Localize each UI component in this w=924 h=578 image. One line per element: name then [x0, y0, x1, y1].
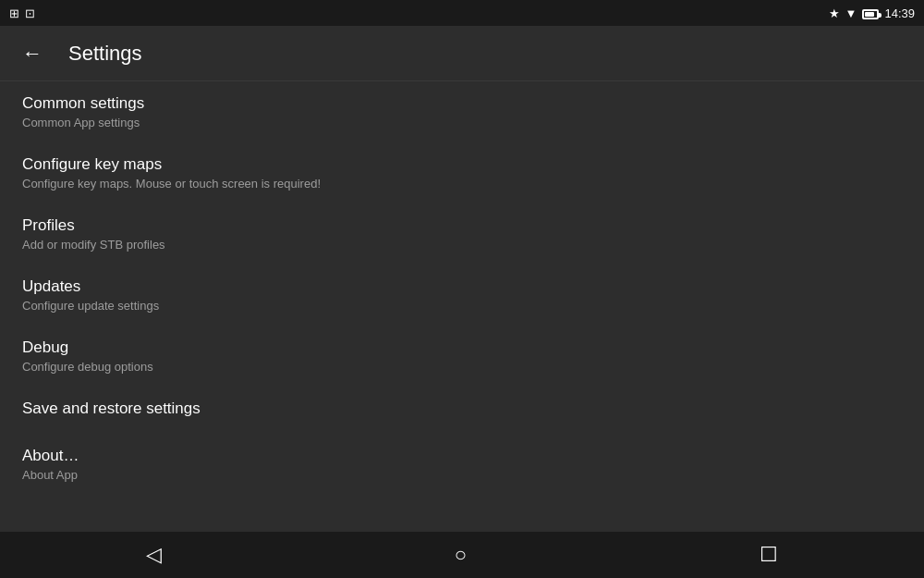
back-button[interactable]: ←	[15, 34, 50, 73]
settings-item-title-1: Configure key maps	[22, 155, 902, 174]
settings-item-title-5: Save and restore settings	[22, 400, 902, 418]
nav-back-button[interactable]: ◁	[128, 535, 180, 574]
settings-item-title-4: Debug	[22, 338, 902, 357]
settings-item-subtitle-4: Configure debug options	[22, 360, 902, 374]
settings-item-subtitle-6: About App	[22, 468, 902, 482]
settings-item-2[interactable]: ProfilesAdd or modify STB profiles	[0, 203, 924, 264]
settings-item-subtitle-2: Add or modify STB profiles	[22, 238, 902, 252]
settings-item-title-6: About…	[22, 447, 902, 465]
settings-item-3[interactable]: UpdatesConfigure update settings	[0, 264, 924, 326]
app-title: Settings	[68, 42, 142, 66]
settings-item-0[interactable]: Common settingsCommon App settings	[0, 81, 924, 142]
app-icon-1: ⊞	[9, 6, 19, 20]
settings-list: Common settingsCommon App settingsConfig…	[0, 81, 924, 495]
nav-bar: ◁ ○ ☐	[0, 532, 924, 578]
app-icon-2: ⊡	[25, 6, 35, 20]
settings-item-subtitle-3: Configure update settings	[22, 299, 902, 313]
status-bar-left: ⊞ ⊡	[9, 6, 35, 20]
settings-item-subtitle-1: Configure key maps. Mouse or touch scree…	[22, 177, 902, 191]
status-bar-right: ★ ▼ 14:39	[829, 6, 915, 20]
settings-item-title-3: Updates	[22, 277, 902, 296]
nav-recents-button[interactable]: ☐	[741, 535, 796, 574]
status-bar: ⊞ ⊡ ★ ▼ 14:39	[0, 0, 924, 26]
nav-home-button[interactable]: ○	[436, 535, 485, 574]
bluetooth-icon: ★	[829, 6, 840, 20]
settings-item-5[interactable]: Save and restore settings	[0, 387, 924, 434]
settings-item-title-2: Profiles	[22, 216, 902, 235]
settings-item-subtitle-0: Common App settings	[22, 116, 902, 129]
settings-item-1[interactable]: Configure key mapsConfigure key maps. Mo…	[0, 142, 924, 203]
settings-item-4[interactable]: DebugConfigure debug options	[0, 326, 924, 387]
settings-item-title-0: Common settings	[22, 94, 902, 113]
wifi-icon: ▼	[845, 6, 857, 20]
settings-item-6[interactable]: About…About App	[0, 434, 924, 495]
app-bar: ← Settings	[0, 26, 924, 81]
battery-icon	[862, 6, 879, 20]
status-time: 14:39	[884, 6, 915, 20]
